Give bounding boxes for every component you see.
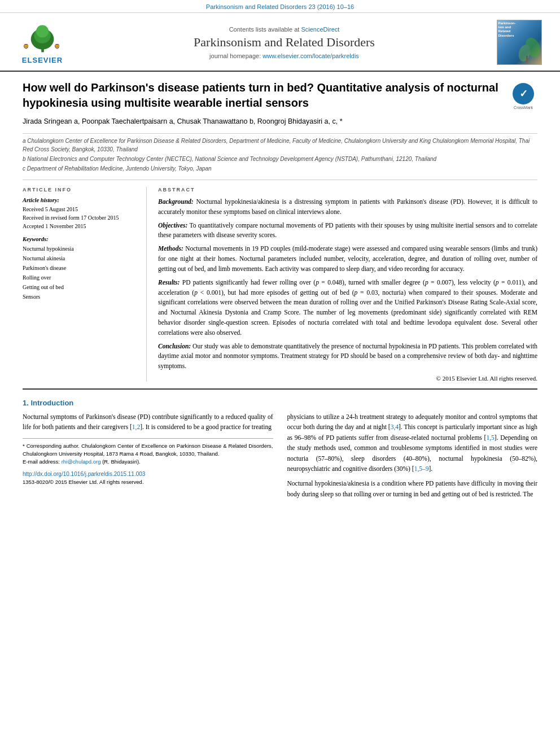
abstract-section-label: ABSTRACT <box>158 187 537 193</box>
svg-point-3 <box>36 25 48 37</box>
email-name: (R. Bhidayasiri). <box>102 458 141 465</box>
journal-main-title: Parkinsonism and Related Disorders <box>194 35 375 50</box>
objectives-label: Objectives: <box>158 222 187 229</box>
received-revised-date: Received in revised form 17 October 2015 <box>23 213 138 222</box>
issn-line: 1353-8020/© 2015 Elsevier Ltd. All right… <box>23 478 273 486</box>
introduction-col2: physicians to utilize a 24-h treatment s… <box>287 412 538 499</box>
results-text: PD patients significantly had fewer roll… <box>158 279 537 336</box>
email-link[interactable]: rhi@chulapd.org <box>62 458 101 465</box>
crossmark-icon: ✓ <box>513 83 534 104</box>
article-history-label: Article history: <box>23 197 138 203</box>
crossmark-label: CrossMark <box>514 106 533 110</box>
article-info-abstract-grid: ARTICLE INFO Article history: Received 5… <box>23 187 537 390</box>
keywords-label: Keywords: <box>23 236 138 242</box>
article-info-column: ARTICLE INFO Article history: Received 5… <box>23 187 147 382</box>
email-line: E-mail address: rhi@chulapd.org (R. Bhid… <box>23 458 273 466</box>
svg-rect-8 <box>526 56 528 63</box>
cover-placeholder: Parkinson-ism andRelatedDisorders <box>497 20 542 65</box>
introduction-title: 1. Introduction <box>23 399 537 407</box>
introduction-two-columns: Nocturnal symptoms of Parkinson's diseas… <box>23 412 537 499</box>
journal-citation-bar: Parkinsonism and Related Disorders 23 (2… <box>0 0 560 13</box>
journal-homepage-url[interactable]: www.elsevier.com/locate/parkreldis <box>262 53 359 59</box>
introduction-col1: Nocturnal symptoms of Parkinson's diseas… <box>23 412 273 499</box>
background-label: Background: <box>158 198 194 205</box>
doi-link[interactable]: http://dx.doi.org/10.1016/j.parkreldis.2… <box>23 471 145 477</box>
section-number: 1. <box>23 399 29 407</box>
elsevier-brand-label: ELSEVIER <box>22 56 63 64</box>
journal-citation: Parkinsonism and Related Disorders 23 (2… <box>206 3 354 10</box>
abstract-background: Background: Nocturnal hypokinesia/akines… <box>158 197 537 217</box>
abstract-results: Results: PD patients significantly had f… <box>158 278 537 338</box>
affiliation-c: c Department of Rehabilitation Medicine,… <box>23 164 537 173</box>
section-name: Introduction <box>30 399 73 407</box>
received-date: Received 5 August 2015 <box>23 205 138 213</box>
keyword-5: Getting out of bed <box>23 282 138 292</box>
copyright-line: © 2015 Elsevier Ltd. All rights reserved… <box>158 375 537 382</box>
methods-label: Methods: <box>158 245 183 252</box>
article-body: How well do Parkinson's disease patients… <box>0 72 560 510</box>
keyword-2: Nocturnal akinesia <box>23 254 138 263</box>
authors-line: Jirada Sringean a, Poonpak Taechalertpai… <box>23 117 504 125</box>
ref-1-2-link[interactable]: 1,2 <box>132 423 140 430</box>
intro-col2-para1: physicians to utilize a 24-h treatment s… <box>287 412 538 474</box>
sciencedirect-link[interactable]: ScienceDirect <box>301 26 339 33</box>
affiliation-b: b National Electronics and Computer Tech… <box>23 155 537 163</box>
keyword-1: Nocturnal hypokinesia <box>23 244 138 254</box>
elsevier-logo: 🦁 🦁 ELSEVIER <box>11 21 73 64</box>
accepted-date: Accepted 1 November 2015 <box>23 222 138 230</box>
article-dates: Received 5 August 2015 Received in revis… <box>23 205 138 230</box>
article-title: How well do Parkinson's disease patients… <box>23 80 504 111</box>
objectives-text: To quantitatively compare nocturnal move… <box>158 222 537 239</box>
keyword-6: Sensors <box>23 292 138 302</box>
svg-text:🦁: 🦁 <box>23 43 29 50</box>
conclusion-text: Our study was able to demonstrate quanti… <box>158 343 537 370</box>
article-title-text: How well do Parkinson's disease patients… <box>23 80 504 128</box>
contents-available-line: Contents lists available at ScienceDirec… <box>229 26 340 33</box>
corresponding-author-note: * Corresponding author. Chulalongkorn Ce… <box>23 442 273 458</box>
abstract-objectives: Objectives: To quantitatively compare no… <box>158 221 537 241</box>
intro-col2-para2: Nocturnal hypokinesia/akinesia is a cond… <box>287 478 538 499</box>
article-title-section: How well do Parkinson's disease patients… <box>23 80 537 134</box>
ref-1-5-9-link[interactable]: 1,5–9 <box>414 465 429 472</box>
introduction-section: 1. Introduction Nocturnal symptoms of Pa… <box>23 399 537 499</box>
cover-journal-label: Parkinson-ism andRelatedDisorders <box>497 20 517 39</box>
doi-line: http://dx.doi.org/10.1016/j.parkreldis.2… <box>23 470 273 478</box>
keyword-3: Parkinson's disease <box>23 263 138 273</box>
abstract-section: ABSTRACT Background: Nocturnal hypokines… <box>158 187 537 382</box>
conclusion-label: Conclusion: <box>158 343 191 350</box>
intro-col1-para: Nocturnal symptoms of Parkinson's diseas… <box>23 412 273 433</box>
article-info-section-label: ARTICLE INFO <box>23 187 138 193</box>
journal-homepage-line: journal homepage: www.elsevier.com/locat… <box>209 53 359 59</box>
background-text: Nocturnal hypokinesia/akinesia is a dist… <box>158 198 537 215</box>
affiliations-section: a Chulalongkorn Center of Excellence for… <box>23 137 537 180</box>
keyword-4: Rolling over <box>23 273 138 282</box>
abstract-conclusion: Conclusion: Our study was able to demons… <box>158 342 537 372</box>
authors: Jirada Sringean a, Poonpak Taechalertpai… <box>23 117 343 125</box>
ref-3-4-link[interactable]: 3,4 <box>391 423 399 430</box>
journal-cover-image: Parkinson-ism andRelatedDisorders <box>495 20 543 65</box>
results-label: Results: <box>158 279 180 286</box>
cover-decoration-icon <box>513 36 541 64</box>
elsevier-tree-icon: 🦁 🦁 <box>19 21 67 55</box>
keywords-list: Nocturnal hypokinesia Nocturnal akinesia… <box>23 244 138 302</box>
affiliation-a: a Chulalongkorn Center of Excellence for… <box>23 137 537 154</box>
svg-text:🦁: 🦁 <box>54 43 60 50</box>
journal-header: 🦁 🦁 ELSEVIER Contents lists available at… <box>0 13 560 72</box>
abstract-methods: Methods: Nocturnal movements in 19 PD co… <box>158 244 537 274</box>
footnote-area: * Corresponding author. Chulalongkorn Ce… <box>23 438 273 486</box>
email-label: E-mail address: <box>23 458 60 465</box>
ref-1-5-link[interactable]: 1,5 <box>486 434 494 441</box>
methods-text: Nocturnal movements in 19 PD couples (mi… <box>158 245 537 272</box>
journal-title-area: Contents lists available at ScienceDirec… <box>73 26 495 59</box>
crossmark-badge: ✓ CrossMark <box>509 80 537 110</box>
